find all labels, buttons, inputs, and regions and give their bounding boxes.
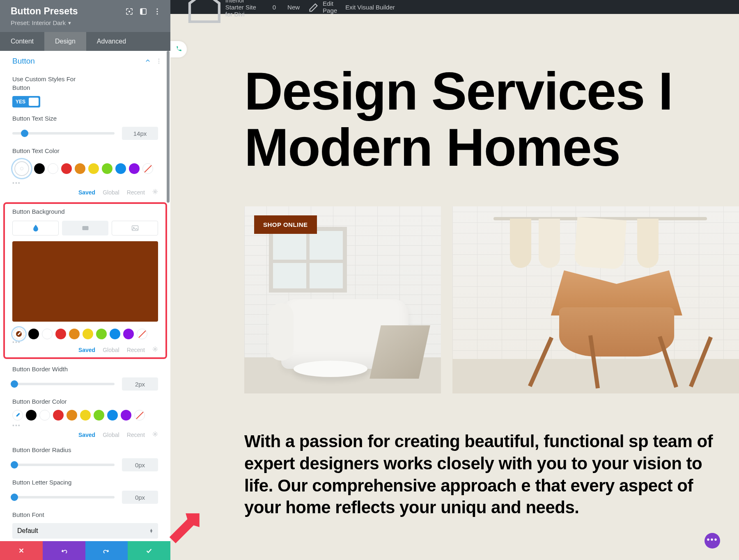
link-recent[interactable]: Recent — [127, 432, 145, 438]
swatch-blue[interactable] — [110, 329, 120, 339]
tab-design[interactable]: Design — [44, 32, 86, 51]
link-recent[interactable]: Recent — [127, 347, 145, 353]
comments-item[interactable]: 0 — [265, 0, 281, 14]
swatch-red[interactable] — [53, 410, 64, 421]
link-global[interactable]: Global — [103, 189, 119, 196]
site-name: Interior Starter Site for Divi — [225, 0, 261, 18]
bg-tab-image[interactable] — [112, 221, 158, 235]
slider-letter-spacing[interactable] — [12, 496, 115, 498]
dots-bg[interactable]: ••• — [12, 339, 158, 345]
swatch-none[interactable] — [137, 329, 147, 339]
eyedropper-icon[interactable] — [12, 410, 23, 421]
undo-button[interactable] — [43, 541, 85, 560]
section-button[interactable]: Button — [0, 51, 170, 71]
link-saved[interactable]: Saved — [78, 347, 95, 353]
hero-heading-line2: Modern Homes — [244, 119, 739, 176]
cancel-button[interactable] — [0, 541, 43, 560]
text-color-swatches — [12, 159, 158, 178]
slider-thumb[interactable] — [11, 494, 18, 501]
dots-text-color[interactable]: ••• — [0, 180, 170, 186]
swatch-yellow[interactable] — [80, 410, 91, 421]
swatch-white[interactable] — [42, 329, 53, 339]
site-name-item[interactable]: Interior Starter Site for Divi — [182, 0, 265, 14]
phone-bubble[interactable] — [170, 41, 187, 57]
letter-spacing-value[interactable]: 0px — [122, 491, 158, 504]
select-button-font[interactable]: Default ▲▼ — [12, 523, 158, 539]
swatch-black[interactable] — [28, 329, 39, 339]
swatch-none[interactable] — [134, 410, 145, 421]
swatch-yellow[interactable] — [88, 163, 99, 174]
more-icon[interactable] — [153, 7, 161, 16]
gear-icon[interactable] — [152, 431, 158, 438]
dots-border-color[interactable]: ••• — [0, 422, 170, 429]
tab-content[interactable]: Content — [0, 32, 44, 51]
swatch-orange[interactable] — [75, 163, 85, 174]
wp-logo[interactable] — [174, 0, 182, 14]
swatch-lime[interactable] — [102, 163, 112, 174]
swatch-picker-active[interactable] — [12, 159, 31, 178]
sidebar-footer — [0, 541, 170, 560]
exit-vb-label: Exit Visual Builder — [345, 4, 395, 11]
chevron-up-icon[interactable] — [145, 58, 151, 64]
comments-count: 0 — [272, 4, 277, 11]
slider-thumb[interactable] — [21, 130, 28, 137]
gear-icon[interactable] — [152, 189, 158, 196]
slider-border-radius[interactable] — [12, 464, 115, 466]
bg-tab-gradient[interactable] — [62, 221, 108, 235]
link-global[interactable]: Global — [103, 432, 119, 438]
link-saved[interactable]: Saved — [78, 189, 95, 196]
exit-vb-item[interactable]: Exit Visual Builder — [341, 0, 399, 14]
shop-online-button[interactable]: SHOP ONLINE — [254, 215, 317, 234]
bg-tab-color[interactable] — [12, 221, 59, 235]
swatch-orange[interactable] — [69, 329, 80, 339]
preset-selector[interactable]: Preset: Interior Dark ▼ — [11, 19, 78, 26]
sidebar-body: Button Use Custom Styles For Button YES … — [0, 51, 170, 541]
border-width-value[interactable]: 2px — [122, 377, 158, 391]
section-more-icon[interactable] — [156, 58, 162, 64]
border-radius-value[interactable]: 0px — [122, 458, 158, 471]
swatch-blue[interactable] — [115, 163, 126, 174]
swatch-yellow[interactable] — [83, 329, 93, 339]
swatch-red[interactable] — [55, 329, 66, 339]
scrollbar-thumb[interactable] — [167, 51, 170, 203]
save-button[interactable] — [128, 541, 170, 560]
dock-icon[interactable] — [139, 7, 147, 16]
link-saved[interactable]: Saved — [78, 432, 95, 438]
slider-thumb[interactable] — [11, 380, 18, 388]
swatch-orange[interactable] — [67, 410, 77, 421]
edit-page-item[interactable]: Edit Page — [304, 0, 341, 14]
swatch-lime[interactable] — [96, 329, 107, 339]
intro-copy: With a passion for creating beautiful, f… — [244, 430, 729, 519]
text-size-value[interactable]: 14px — [122, 127, 158, 140]
swatch-lime[interactable] — [94, 410, 104, 421]
svg-point-9 — [158, 63, 159, 64]
wp-admin-bar: Interior Starter Site for Divi 0 New Edi… — [170, 0, 739, 14]
link-global[interactable]: Global — [103, 347, 119, 353]
swatch-white[interactable] — [39, 410, 50, 421]
divi-more-fab[interactable]: ••• — [705, 533, 720, 549]
bg-color-preview[interactable] — [12, 241, 158, 322]
slider-thumb[interactable] — [11, 461, 18, 469]
focus-icon[interactable] — [125, 7, 133, 16]
swatch-black[interactable] — [26, 410, 37, 421]
slider-border-width[interactable] — [12, 383, 115, 385]
image-row: SHOP ONLINE — [244, 206, 739, 393]
swatch-red[interactable] — [61, 163, 72, 174]
swatch-black[interactable] — [34, 163, 45, 174]
new-item[interactable]: New — [281, 0, 304, 14]
swatch-purple[interactable] — [123, 329, 134, 339]
hero: Design Services I Modern Homes — [170, 14, 739, 175]
swatch-purple[interactable] — [129, 163, 140, 174]
tab-advanced[interactable]: Advanced — [86, 32, 137, 51]
swatch-none[interactable] — [142, 163, 153, 174]
gear-icon[interactable] — [152, 346, 158, 353]
page-preview: Design Services I Modern Homes SHOP ONLI… — [170, 14, 739, 560]
slider-text-size[interactable] — [12, 132, 115, 135]
swatch-blue[interactable] — [107, 410, 118, 421]
link-recent[interactable]: Recent — [127, 189, 145, 196]
swatch-white[interactable] — [48, 163, 58, 174]
redo-button[interactable] — [85, 541, 128, 560]
eyedropper-icon — [19, 166, 25, 171]
toggle-use-custom[interactable]: YES — [12, 96, 40, 107]
swatch-purple[interactable] — [121, 410, 131, 421]
